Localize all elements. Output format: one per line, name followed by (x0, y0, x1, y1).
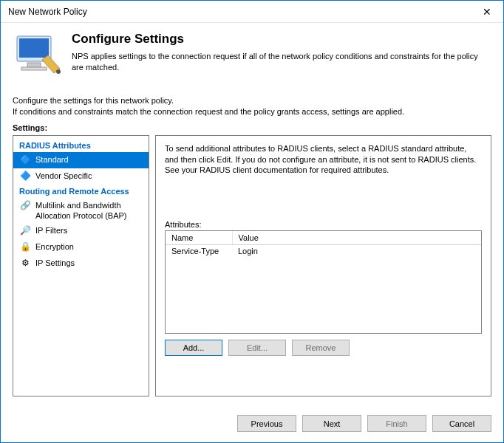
tree-item-label: Standard (35, 154, 143, 165)
remove-button: Remove (292, 340, 350, 356)
link-icon: 🔗 (19, 200, 31, 212)
dialog-window: New Network Policy ✕ Configure Settings … (0, 0, 504, 443)
tree-item-label: Encryption (35, 241, 143, 252)
help-text: To send additional attributes to RADIUS … (165, 143, 482, 176)
lock-icon: 🔒 (19, 241, 31, 253)
previous-button[interactable]: Previous (237, 415, 296, 432)
tree-section-radius: RADIUS Attributes (13, 139, 149, 152)
header-text: Configure Settings NPS applies settings … (72, 30, 491, 82)
gear-icon: ⚙ (19, 258, 31, 269)
finish-button: Finish (367, 415, 426, 432)
tree-item-encryption[interactable]: 🔒 Encryption (13, 239, 149, 255)
main-panel: To send additional attributes to RADIUS … (155, 135, 491, 396)
instruction-text: Configure the settings for this network … (1, 92, 503, 123)
add-button[interactable]: Add... (165, 340, 222, 356)
settings-tree: RADIUS Attributes 🔷 Standard 🔷 Vendor Sp… (13, 135, 149, 396)
next-button[interactable]: Next (302, 415, 361, 432)
cell-value: Login (232, 245, 481, 258)
attributes-table[interactable]: Name Value Service-Type Login (165, 230, 482, 334)
cell-name: Service-Type (166, 245, 232, 258)
window-title: New Network Policy (8, 7, 87, 17)
page-title: Configure Settings (72, 32, 491, 47)
tree-section-routing: Routing and Remote Access (13, 185, 149, 198)
instruction-line: If conditions and constraints match the … (13, 106, 491, 117)
tree-item-ip-settings[interactable]: ⚙ IP Settings (13, 255, 149, 272)
page-description: NPS applies settings to the connection r… (72, 51, 491, 73)
svg-point-4 (56, 69, 61, 74)
tree-item-ip-filters[interactable]: 🔎 IP Filters (13, 223, 149, 239)
attribute-buttons: Add... Edit... Remove (165, 340, 482, 356)
edit-button: Edit... (228, 340, 286, 356)
diamond-icon: 🔷 (19, 171, 31, 182)
wizard-footer: Previous Next Finish Cancel (1, 404, 503, 442)
tree-item-label: Multilink and Bandwidth Allocation Proto… (35, 200, 143, 222)
settings-label: Settings: (1, 123, 503, 132)
body: RADIUS Attributes 🔷 Standard 🔷 Vendor Sp… (1, 132, 503, 404)
svg-rect-2 (27, 63, 41, 67)
svg-rect-1 (19, 38, 49, 58)
close-button[interactable]: ✕ (470, 1, 503, 23)
table-row[interactable]: Service-Type Login (166, 245, 481, 258)
tree-item-standard[interactable]: 🔷 Standard (13, 152, 149, 168)
tree-item-label: IP Filters (35, 225, 143, 236)
tree-item-label: IP Settings (35, 258, 143, 268)
diamond-icon: 🔷 (19, 154, 31, 166)
wizard-header: Configure Settings NPS applies settings … (1, 23, 503, 92)
funnel-icon: 🔎 (19, 225, 31, 237)
tree-item-label: Vendor Specific (35, 171, 143, 181)
monitor-icon (13, 30, 64, 82)
titlebar: New Network Policy ✕ (1, 1, 503, 23)
instruction-line: Configure the settings for this network … (13, 95, 491, 106)
cancel-button[interactable]: Cancel (432, 415, 491, 432)
svg-rect-3 (21, 67, 47, 70)
col-name[interactable]: Name (166, 231, 232, 245)
attributes-label: Attributes: (165, 220, 482, 229)
tree-item-multilink[interactable]: 🔗 Multilink and Bandwidth Allocation Pro… (13, 198, 149, 224)
col-value[interactable]: Value (232, 231, 481, 245)
tree-item-vendor-specific[interactable]: 🔷 Vendor Specific (13, 168, 149, 185)
